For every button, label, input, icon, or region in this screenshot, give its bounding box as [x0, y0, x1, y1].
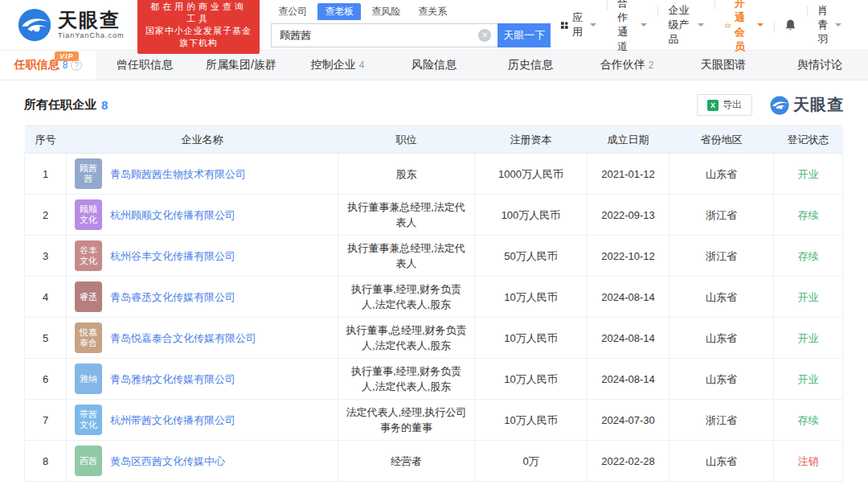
company-link[interactable]: 杭州带茜文化传播有限公司	[110, 413, 235, 428]
company-link[interactable]: 青岛顾茜茜生物技术有限公司	[110, 166, 246, 182]
tab-controlled-companies[interactable]: 控制企业 4	[289, 51, 386, 80]
notification-bell[interactable]	[774, 18, 807, 31]
date-cell: 2024-08-14	[588, 277, 669, 318]
tab-label: 风险信息	[411, 58, 457, 72]
table-body: 1 顾茜茜 青岛顾茜茜生物技术有限公司 股东 1000万人民币 2021-01-…	[25, 154, 843, 482]
search-tab-relation[interactable]: 查关系	[411, 3, 454, 20]
col-position: 职位	[338, 126, 475, 154]
col-capital: 注册资本	[475, 126, 588, 154]
company-link[interactable]: 黄岛区西茜文化传媒中心	[110, 454, 225, 469]
search-tab-boss[interactable]: 查老板	[317, 3, 361, 20]
capital-cell: 10万人民币	[475, 400, 588, 441]
company-logo: 雅纳	[75, 364, 102, 394]
search-tabs: 查公司 查老板 查风险 查关系	[271, 3, 551, 20]
company-logo: 悦嘉泰合	[75, 323, 102, 353]
company-logo: 顾顺文化	[75, 199, 102, 230]
search-tab-company[interactable]: 查公司	[271, 3, 314, 20]
province-cell: 山东省	[669, 441, 774, 482]
tianyancha-logo[interactable]: 天眼查 TianYanCha.com	[18, 8, 125, 42]
chevron-down-icon	[835, 23, 841, 30]
excel-icon: X	[707, 100, 719, 111]
search-box: 查公司 查老板 查风险 查关系 ✕ 天眼一下	[271, 3, 551, 47]
export-button[interactable]: X 导出	[697, 94, 752, 116]
table-row: 5 悦嘉泰合 青岛悦嘉泰合文化传媒有限公司 执行董事,总经理,财务负责人,法定代…	[25, 318, 843, 359]
user-menu[interactable]: 肖青羽	[807, 3, 852, 47]
province-cell: 浙江省	[669, 236, 774, 277]
tianyancha-watermark: 天眼查	[770, 94, 844, 116]
menu-apps-label: 应用	[572, 10, 586, 39]
search-tab-risk[interactable]: 查风险	[364, 3, 407, 20]
watermark-logo-icon	[770, 96, 789, 115]
menu-enterprise-products[interactable]: 企业级产品	[657, 3, 714, 47]
help-icon[interactable]: ?	[71, 60, 82, 71]
row-index: 2	[25, 195, 67, 236]
tab-history-info[interactable]: 历史信息	[482, 51, 579, 80]
capital-cell: 50万人民币	[475, 236, 588, 277]
search-button[interactable]: 天眼一下	[497, 23, 551, 47]
company-link[interactable]: 青岛雅纳文化传媒有限公司	[110, 372, 235, 387]
menu-cooperation[interactable]: 合作通道	[607, 0, 657, 54]
status-cell: 开业	[774, 277, 843, 318]
capital-cell: 1000万人民币	[475, 154, 588, 195]
row-index: 3	[25, 236, 67, 277]
tab-employment[interactable]: 任职信息 8 ? VIP	[0, 51, 96, 80]
col-date: 成立日期	[588, 126, 669, 154]
row-index: 8	[25, 441, 67, 482]
status-cell: 存续	[774, 400, 843, 441]
table-row: 1 顾茜茜 青岛顾茜茜生物技术有限公司 股东 1000万人民币 2021-01-…	[25, 154, 843, 195]
section-header: 所有任职企业 8 X 导出 天眼查	[24, 94, 844, 116]
capital-cell: 10万人民币	[475, 359, 588, 400]
tab-graph[interactable]: 天眼图谱	[675, 51, 772, 80]
company-link[interactable]: 杭州顾顺文化传播有限公司	[110, 207, 235, 223]
capital-cell: 10万人民币	[475, 318, 588, 359]
col-company: 企业名称	[67, 126, 338, 154]
section-title: 所有任职企业	[24, 97, 96, 113]
promo-line1: 都在用的商业查询工具	[145, 1, 252, 25]
company-logo: 顾茜茜	[75, 158, 102, 189]
export-label: 导出	[723, 98, 742, 112]
company-link[interactable]: 青岛悦嘉泰合文化传媒有限公司	[110, 331, 256, 346]
col-status: 登记状态	[774, 126, 843, 154]
grid-icon	[561, 20, 568, 31]
tab-group[interactable]: 所属集团/族群	[193, 51, 289, 80]
capital-cell: 10万人民币	[475, 277, 588, 318]
menu-membership[interactable]: 开通会员	[714, 0, 774, 54]
date-cell: 2024-07-30	[588, 400, 669, 441]
clear-search-icon[interactable]: ✕	[478, 29, 491, 42]
status-cell: 开业	[774, 318, 843, 359]
table-row: 3 谷丰文化 杭州谷丰文化传播有限公司 执行董事兼总经理,法定代表人 50万人民…	[25, 236, 843, 277]
watermark-text: 天眼查	[793, 94, 844, 116]
tab-label: 曾任职信息	[117, 58, 173, 72]
status-cell: 存续	[774, 236, 843, 277]
company-link[interactable]: 杭州谷丰文化传播有限公司	[110, 249, 235, 264]
tab-label: 舆情讨论	[797, 58, 842, 72]
menu-apps[interactable]: 应用	[551, 10, 607, 39]
employment-table: 序号 企业名称 职位 注册资本 成立日期 省份地区 登记状态 1 顾茜茜 青岛顾…	[24, 125, 843, 482]
row-index: 6	[25, 359, 67, 400]
bell-icon	[784, 18, 796, 31]
tab-count: 2	[649, 60, 654, 71]
tab-label: 合作伙伴	[600, 58, 645, 72]
date-cell: 2022-10-12	[588, 236, 669, 277]
search-input[interactable]	[271, 23, 497, 47]
vip-badge: VIP	[55, 51, 79, 61]
tab-public-opinion[interactable]: 舆情讨论	[772, 51, 868, 80]
province-cell: 浙江省	[669, 400, 774, 441]
tab-label: 天眼图谱	[701, 58, 746, 72]
chevron-down-icon	[757, 23, 764, 30]
capital-cell: 100万人民币	[475, 195, 588, 236]
date-cell: 2024-08-14	[588, 318, 669, 359]
tab-risk-info[interactable]: 风险信息	[386, 51, 482, 80]
status-cell: 开业	[774, 154, 843, 195]
row-index: 5	[25, 318, 67, 359]
chevron-down-icon	[590, 23, 596, 30]
menu-cooperation-label: 合作通道	[617, 0, 637, 54]
province-cell: 山东省	[669, 277, 774, 318]
tab-partners[interactable]: 合作伙伴 2	[579, 51, 675, 80]
status-cell: 存续	[774, 195, 843, 236]
tab-past-employment[interactable]: 曾任职信息	[96, 51, 193, 80]
page: 天眼查 TianYanCha.com 都在用的商业查询工具 国家中小企业发展子基…	[0, 0, 868, 493]
position-cell: 执行董事兼总经理,法定代表人	[338, 195, 475, 236]
row-index: 1	[25, 154, 67, 195]
company-link[interactable]: 青岛睿丞文化传媒有限公司	[110, 290, 235, 305]
